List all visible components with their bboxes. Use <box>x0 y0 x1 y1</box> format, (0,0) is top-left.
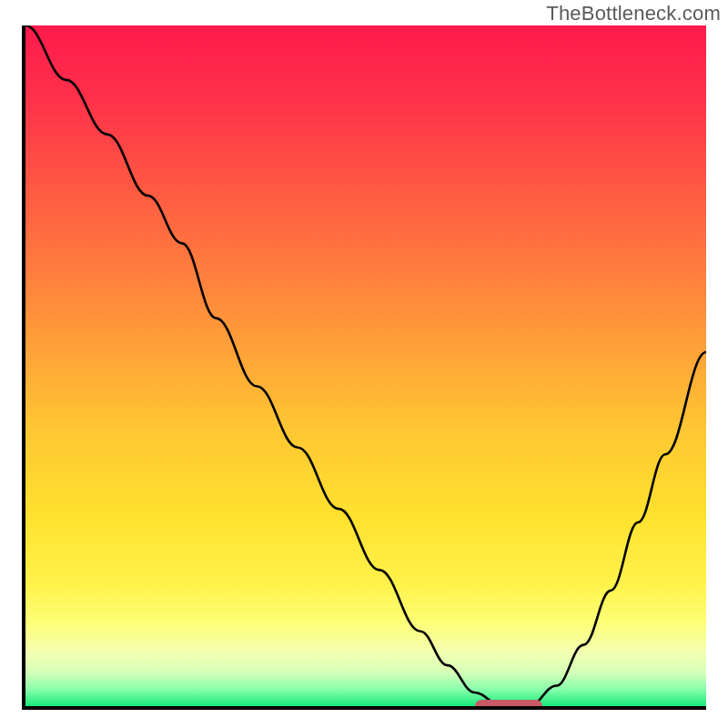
watermark-text: TheBottleneck.com <box>546 2 721 25</box>
optimal-marker <box>475 700 543 710</box>
chart-container: TheBottleneck.com <box>0 0 728 728</box>
bottleneck-curve <box>25 25 706 706</box>
plot-area <box>22 25 706 710</box>
